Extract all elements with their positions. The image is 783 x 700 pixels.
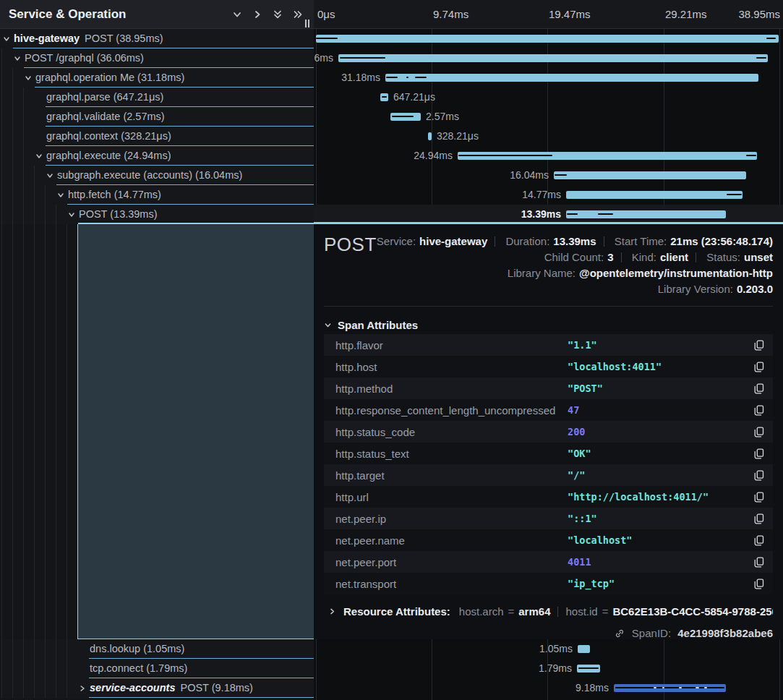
library-version-label: Library Version: (658, 283, 733, 295)
timeline-row[interactable]: 14.77ms (314, 185, 783, 205)
tree-row[interactable]: POST (13.39ms) (0, 205, 314, 224)
service-name: service-accounts (90, 682, 175, 693)
span-duration-label: 9.18ms (576, 678, 609, 698)
copy-icon[interactable] (754, 492, 764, 503)
timeline-row[interactable]: 24.94ms (314, 146, 783, 166)
copy-icon[interactable] (754, 427, 764, 438)
tree-row[interactable]: graphql.parse (647.21μs) (0, 88, 314, 107)
span-bar[interactable] (316, 35, 779, 43)
copy-icon[interactable] (754, 470, 764, 481)
operation-name: graphql.parse (647.21μs) (46, 91, 163, 103)
span-bar[interactable] (577, 665, 600, 673)
double-chevron-down-icon[interactable] (268, 4, 288, 25)
panel-resize-handle[interactable] (305, 20, 309, 27)
child-span-tick (598, 213, 613, 215)
copy-icon[interactable] (754, 362, 764, 372)
chevron-down-icon[interactable] (14, 48, 21, 68)
timeline-row[interactable] (314, 29, 783, 48)
timeline-row[interactable]: 2.57ms (314, 107, 783, 127)
timeline-row[interactable]: 647.21μs (314, 88, 783, 107)
timeline-row[interactable]: 9.18ms (314, 678, 783, 698)
tree-row[interactable]: graphql.context (328.21μs) (0, 127, 314, 146)
child-span-tick-light (704, 687, 707, 688)
span-duration-label: 328.21μs (437, 127, 479, 146)
span-bar[interactable] (385, 74, 758, 82)
kind-value: client (660, 251, 688, 263)
tick-label: 19.47ms (549, 8, 591, 20)
tree-row[interactable]: hive-gatewayPOST (38.95ms) (0, 29, 314, 48)
operation-name: tcp.connect (1.79ms) (90, 662, 187, 674)
tree-row[interactable]: tcp.connect (1.79ms) (0, 659, 314, 678)
copy-icon[interactable] (754, 383, 764, 394)
copy-icon[interactable] (754, 405, 764, 416)
chevron-down-icon[interactable] (46, 166, 54, 185)
span-attributes-title: Span Attributes (338, 319, 418, 331)
span-bar[interactable] (566, 210, 726, 218)
resource-attributes-toggle[interactable]: Resource Attributes: host.arch=arm64host… (324, 605, 773, 618)
chevron-down-icon[interactable] (25, 68, 32, 88)
copy-icon[interactable] (754, 579, 764, 589)
span-bar[interactable] (554, 171, 746, 179)
span-tree-panel: Service & Operation hive-gatewayPOST (38… (0, 0, 314, 700)
span-duration-label: 6ms (315, 48, 333, 68)
link-icon[interactable] (615, 628, 628, 641)
copy-icon[interactable] (754, 557, 764, 568)
span-duration-label: 13.39ms (521, 205, 561, 224)
span-bar[interactable] (338, 54, 768, 62)
copy-icon[interactable] (754, 513, 764, 524)
span-bar[interactable] (390, 113, 421, 121)
copy-icon[interactable] (754, 448, 764, 459)
span-bar[interactable] (428, 132, 432, 140)
child-span-tick (746, 155, 756, 156)
tree-row[interactable]: graphql.execute (24.94ms) (0, 146, 314, 166)
indent-guide (34, 166, 35, 185)
chevron-down-icon[interactable] (68, 205, 75, 224)
timeline-row[interactable]: 16.04ms (314, 166, 783, 185)
span-attributes-toggle[interactable]: Span Attributes (324, 318, 773, 331)
resource-value: arm64 (518, 605, 550, 618)
timeline-row[interactable]: 1.05ms (314, 639, 783, 659)
attribute-key: http.host (335, 361, 568, 373)
attribute-value: "ip_tcp" (568, 578, 754, 589)
timeline-row[interactable]: 328.21μs (314, 127, 783, 146)
tree-row[interactable]: POST /graphql (36.06ms) (0, 48, 314, 68)
chevron-down-icon[interactable] (57, 185, 64, 205)
tree-row[interactable]: service-accountsPOST (9.18ms) (0, 678, 314, 698)
chevron-right-icon[interactable] (79, 678, 86, 698)
tree-row[interactable]: dns.lookup (1.05ms) (0, 639, 314, 659)
timeline-row[interactable]: 6ms (314, 48, 783, 68)
tree-row[interactable]: subgraph.execute (accounts) (16.04ms) (0, 166, 314, 185)
indent-guide (1, 185, 2, 205)
chevron-right-icon[interactable] (247, 4, 268, 25)
tick-label: 9.74ms (433, 8, 468, 20)
indent-guide (23, 639, 24, 659)
span-bar[interactable] (458, 152, 757, 160)
library-name-label: Library Name: (508, 267, 576, 279)
child-span-tick (766, 38, 776, 39)
timeline-row[interactable]: 1.79ms (314, 659, 783, 678)
indent-guide (45, 185, 46, 205)
span-bar[interactable] (380, 93, 388, 101)
span-bar[interactable] (578, 645, 590, 653)
attribute-row: http.target"/" (324, 464, 773, 486)
copy-icon[interactable] (754, 535, 764, 546)
tick-label: 29.21ms (665, 8, 707, 20)
indent-guide (1, 68, 2, 88)
span-attributes-table: http.flavor"1.1"http.host"localhost:4011… (324, 334, 773, 594)
chevron-down-icon[interactable] (3, 29, 10, 48)
indent-guide (23, 88, 24, 107)
tree-row[interactable]: graphql.validate (2.57ms) (0, 107, 314, 127)
span-bar[interactable] (566, 191, 743, 199)
chevron-down-icon[interactable] (227, 4, 247, 25)
chevron-down-icon[interactable] (35, 146, 43, 166)
span-name-label: subgraph.execute (accounts) (16.04ms) (57, 166, 242, 184)
tree-row[interactable]: graphql.operation Me (31.18ms) (0, 68, 314, 88)
child-span-tick (386, 77, 398, 78)
copy-icon[interactable] (754, 340, 764, 351)
timeline-row[interactable]: 13.39ms (314, 205, 783, 224)
tree-row[interactable]: http.fetch (14.77ms) (0, 185, 314, 205)
span-bar[interactable] (614, 684, 726, 692)
timeline-row[interactable]: 31.18ms (314, 68, 783, 88)
child-span-tick (340, 57, 385, 59)
span-name-label: graphql.parse (647.21μs) (46, 88, 163, 106)
